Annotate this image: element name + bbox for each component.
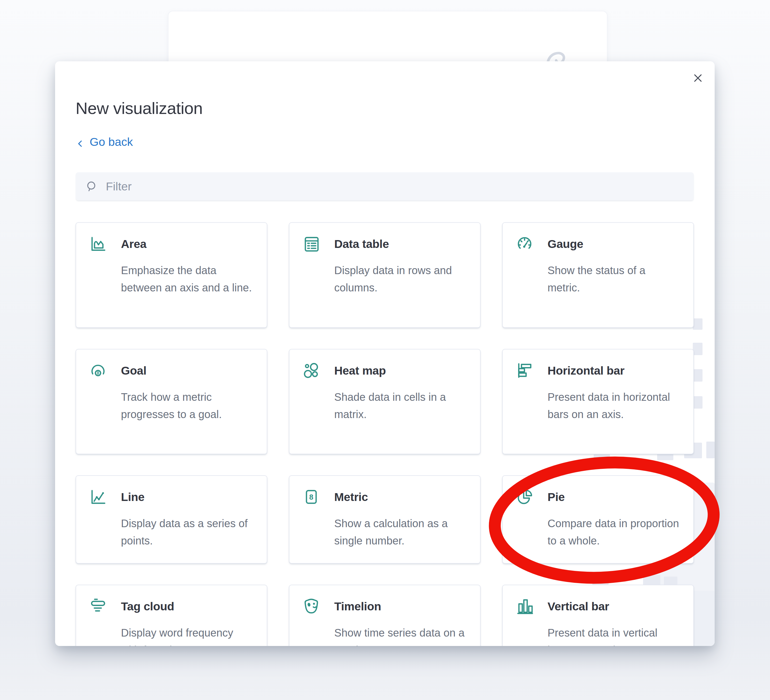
viz-card-tag-cloud[interactable]: Tag cloud Display word frequency with fo… [76,585,267,646]
viz-card-vertical-bar[interactable]: Vertical bar Present data in vertical ba… [502,585,694,646]
viz-card-title: Line [121,491,144,504]
viz-card-title: Gauge [548,237,583,251]
viz-card-description: Display data as a series of points. [121,515,254,549]
chevron-left-icon [76,137,85,146]
line-chart-icon [89,488,107,506]
viz-card-description: Show the status of a metric. [548,262,680,296]
viz-card-title: Tag cloud [121,600,174,613]
go-back-link[interactable]: Go back [76,135,133,149]
viz-card-description: Display data in rows and columns. [334,262,467,296]
viz-card-description: Show time series data on a graph. [334,624,467,646]
viz-card-line[interactable]: Line Display data as a series of points. [76,475,267,564]
viz-card-title: Metric [334,491,368,504]
viz-card-title: Timelion [334,600,381,613]
pie-chart-icon [516,488,534,506]
decorative-square [706,442,715,458]
viz-card-pie[interactable]: Pie Compare data in proportion to a whol… [502,475,694,564]
filter-field [76,172,694,200]
viz-card-title: Vertical bar [548,600,609,613]
horizontal-bar-icon [516,361,534,379]
heat-map-icon [302,361,320,379]
viz-card-title: Area [121,237,146,251]
decorative-square [693,318,702,330]
viz-card-description: Track how a metric progresses to a goal. [121,388,254,423]
viz-card-description: Present data in horizontal bars on an ax… [548,388,680,423]
viz-card-title: Pie [548,491,565,504]
filter-input[interactable] [98,172,694,200]
viz-card-gauge[interactable]: Gauge Show the status of a metric. [502,222,694,328]
timelion-icon [302,597,320,615]
modal-title: New visualization [76,99,203,118]
decorative-square [693,396,702,408]
viz-card-description: Display word frequency with font size. [121,624,254,646]
viz-card-data-table[interactable]: Data table Display data in rows and colu… [289,222,480,328]
go-back-label: Go back [90,135,133,149]
metric-icon: 8 [302,488,320,506]
page: { "modal": { "title": "New visualization… [0,0,770,700]
gauge-icon [516,235,534,253]
vertical-bar-icon [516,597,534,615]
viz-card-description: Show a calculation as a single number. [334,515,467,549]
area-chart-icon [89,235,107,253]
svg-text:8: 8 [309,493,313,501]
decorative-square [693,343,702,355]
tag-cloud-icon [89,597,107,615]
viz-card-title: Heat map [334,364,386,377]
viz-card-description: Compare data in proportion to a whole. [548,515,680,549]
viz-card-area[interactable]: Area Emphasize the data between an axis … [76,222,267,328]
data-table-icon [302,235,320,253]
svg-text:8: 8 [97,371,99,375]
new-visualization-modal: New visualization Go back Area Emphasize… [55,61,715,646]
search-icon [85,180,98,193]
decorative-square [693,369,702,382]
viz-card-title: Horizontal bar [548,364,624,377]
viz-card-timelion[interactable]: Timelion Show time series data on a grap… [289,585,480,646]
goal-icon: 8 [89,361,107,379]
close-icon[interactable] [689,70,707,87]
viz-card-title: Goal [121,364,146,377]
viz-card-goal[interactable]: 8 Goal Track how a metric progresses to … [76,349,267,454]
viz-card-title: Data table [334,237,389,251]
viz-card-description: Present data in vertical bars on an axis… [548,624,680,646]
viz-card-heat-map[interactable]: Heat map Shade data in cells in a matrix… [289,349,480,454]
visualization-type-grid: Area Emphasize the data between an axis … [76,222,694,646]
viz-card-horizontal-bar[interactable]: Horizontal bar Present data in horizonta… [502,349,694,454]
viz-card-metric[interactable]: 8 Metric Show a calculation as a single … [289,475,480,564]
viz-card-description: Shade data in cells in a matrix. [334,388,467,423]
viz-card-description: Emphasize the data between an axis and a… [121,262,254,296]
